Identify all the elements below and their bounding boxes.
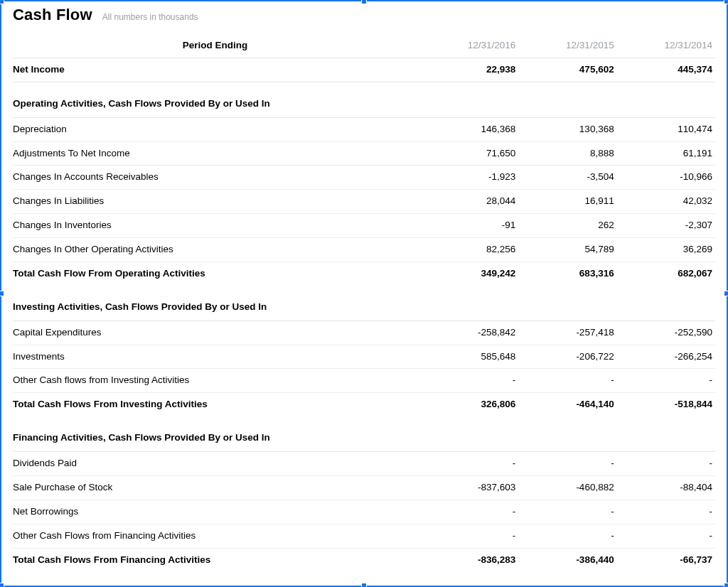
table-row: Changes In Accounts Receivables-1,923-3,… [13,166,715,190]
row-label: Sale Purchase of Stock [13,475,420,500]
cell-value: 585,648 [420,345,518,369]
row-label: Total Cash Flow From Operating Activitie… [13,262,420,285]
cell-value: - [617,452,715,476]
table-row: Net Borrowings--- [13,500,715,524]
page-subtitle: All numbers in thousands [102,12,198,22]
row-label: Investing Activities, Cash Flows Provide… [13,286,715,321]
table-row: Net Income22,938475,602445,374 [13,58,715,82]
cell-value: -837,603 [420,475,518,500]
row-label: Total Cash Flows From Investing Activiti… [13,393,420,416]
cell-value: - [518,500,616,524]
cash-flow-statement: Cash Flow All numbers in thousands Perio… [0,0,728,587]
cell-value: - [420,500,518,524]
cell-value: 475,602 [518,58,616,82]
row-label: Operating Activities, Cash Flows Provide… [13,82,715,117]
cell-value: 130,368 [518,117,616,141]
cell-value: -460,882 [518,475,616,500]
table-row: Dividends Paid--- [13,452,715,476]
row-label: Dividends Paid [13,452,420,476]
cell-value: 110 [420,580,518,587]
cell-value: -1,923 [420,166,518,190]
cell-value: - [617,369,715,393]
row-label: Investments [13,345,420,369]
cell-value: -2,307 [617,214,715,238]
table-row: Other Cash Flows from Financing Activiti… [13,524,715,548]
cell-value: - [420,524,518,548]
col-2015: 12/31/2015 [518,34,616,58]
cell-value: 16,911 [518,190,616,214]
row-label: Changes In Inventories [13,214,420,238]
row-label: Net Income [13,58,420,82]
cell-value: -252,590 [617,321,715,345]
row-label: Effect Of Exchange Rate Changes [13,580,420,587]
cell-value: -3,504 [518,166,616,190]
row-label: Other Cash flows from Investing Activiti… [13,369,420,393]
cell-value: -464,140 [518,393,616,416]
cell-value: - [617,500,715,524]
table-row: Total Cash Flow From Operating Activitie… [13,262,715,285]
table-row: Other Cash flows from Investing Activiti… [13,369,715,393]
cash-flow-table: Period Ending 12/31/2016 12/31/2015 12/3… [13,34,715,587]
row-label: Capital Expenditures [13,321,420,345]
cell-value: -257,418 [518,321,616,345]
cell-value: -518,844 [617,393,715,416]
row-label: Depreciation [13,117,420,141]
cell-value: 8,888 [518,141,616,166]
row-label: Total Cash Flows From Financing Activiti… [13,548,420,571]
cell-value: -206,722 [518,345,616,369]
row-label: Adjustments To Net Income [13,141,420,166]
row-label: Changes In Other Operating Activities [13,238,420,262]
cell-value: 326,806 [420,393,518,416]
cell-value: -91 [420,214,518,238]
cell-value: - [518,452,616,476]
cell-value: -4,196 [518,580,616,587]
cell-value: -386,440 [518,548,616,571]
table-row: Sale Purchase of Stock-837,603-460,882-8… [13,475,715,500]
table-row: Changes In Liabilities28,04416,91142,032 [13,190,715,214]
cell-value: 36,269 [617,238,715,262]
table-header-row: Period Ending 12/31/2016 12/31/2015 12/3… [13,34,715,58]
cell-value: 54,789 [518,238,616,262]
table-row: Capital Expenditures-258,842-257,418-252… [13,321,715,345]
cell-value: -10,966 [617,166,715,190]
table-row: Investing Activities, Cash Flows Provide… [13,286,715,321]
cell-value: -258,842 [420,321,518,345]
table-row: Depreciation146,368130,368110,474 [13,117,715,141]
table-row: Changes In Inventories-91262-2,307 [13,214,715,238]
cell-value: 28,044 [420,190,518,214]
cell-value: - [420,452,518,476]
table-row: Investments585,648-206,722-266,254 [13,345,715,369]
row-label: Financing Activities, Cash Flows Provide… [13,416,715,451]
cell-value: - [617,524,715,548]
row-label: Changes In Liabilities [13,190,420,214]
cell-value: - [518,369,616,393]
page-title: Cash Flow [13,6,92,24]
table-row: Operating Activities, Cash Flows Provide… [13,82,715,117]
cell-value: -66,737 [617,548,715,571]
cell-value: -88,404 [617,475,715,500]
cell-value: 445,374 [617,58,715,82]
row-label: Other Cash Flows from Financing Activiti… [13,524,420,548]
cell-value: 349,242 [420,262,518,285]
cell-value: - [420,369,518,393]
cell-value: 82,256 [420,238,518,262]
table-row: Financing Activities, Cash Flows Provide… [13,416,715,451]
col-2016: 12/31/2016 [420,34,518,58]
cell-value: -836,283 [420,548,518,571]
cell-value: 71,650 [420,141,518,166]
table-row [13,571,715,580]
cell-value: -266,254 [617,345,715,369]
cell-value: - [518,524,616,548]
cell-value: 682,067 [617,262,715,285]
col-2014: 12/31/2014 [617,34,715,58]
cell-value: 262 [518,214,616,238]
cell-value: 146,368 [420,117,518,141]
cell-value: 22,938 [420,58,518,82]
period-ending-label: Period Ending [13,34,420,58]
table-row: Adjustments To Net Income71,6508,88861,1… [13,141,715,166]
table-row: Total Cash Flows From Financing Activiti… [13,548,715,571]
cell-value: 42,032 [617,190,715,214]
cell-value: 683,316 [518,262,616,285]
row-label: Changes In Accounts Receivables [13,166,420,190]
cell-value: 110,474 [617,117,715,141]
